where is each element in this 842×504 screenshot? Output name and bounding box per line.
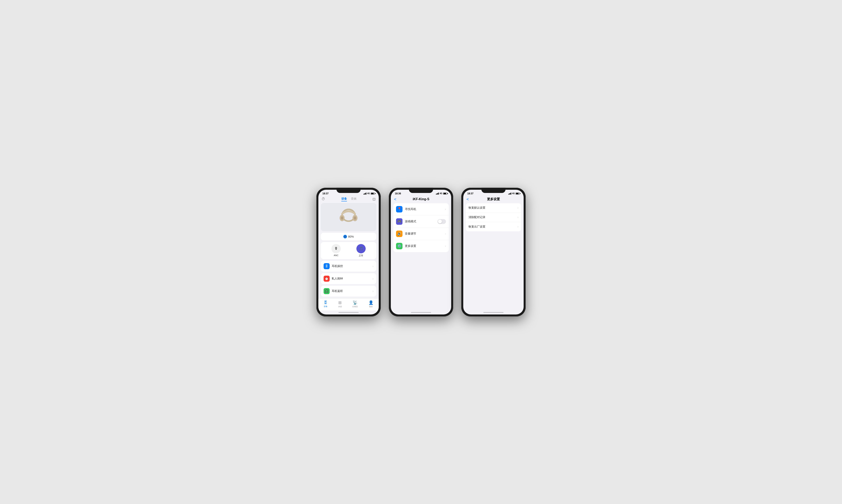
page-header-2: < iKF-King-S (391, 196, 451, 203)
time-3: 18:37 (467, 192, 473, 195)
find-earphone-icon: 📍 (396, 206, 402, 213)
notch-2 (409, 188, 433, 193)
notch-1 (337, 188, 361, 193)
home-indicator-3 (463, 310, 524, 314)
tab-whitenoise-icon: 📡 (353, 300, 358, 305)
factory-reset-chevron: › (518, 225, 518, 228)
more-settings-icon: ⚙️ (396, 243, 402, 249)
tab-bar-1: 🎛 设备 ⊞ 内容 📡 白噪音 👤 我的 (318, 299, 379, 310)
game-mode-toggle[interactable] (437, 219, 446, 224)
content-1: 🎧 80% 🎙 ANC 🎵 正常 (318, 203, 379, 299)
page-header-3: < 更多设置 (463, 196, 524, 203)
mode-normal[interactable]: 🎵 正常 (356, 244, 366, 257)
menu-find-earphone[interactable]: 📍 寻找耳机 › (393, 203, 449, 215)
phone-2: 18:36 4G < iKF-King-S (389, 188, 453, 317)
clear-pairing-chevron: › (518, 216, 518, 219)
tab-mine[interactable]: 👤 我的 (369, 300, 374, 308)
battery-fill-2 (444, 193, 446, 194)
earphone-control-label: 耳机操控 (332, 264, 371, 268)
passthrough-label: 耳机返听 (332, 289, 371, 293)
page-title-2: iKF-King-S (413, 197, 429, 201)
game-mode-icon: 🎮 (396, 218, 402, 225)
toggle-knob (438, 219, 442, 223)
list-item-earphone-control[interactable]: 🎛 耳机操控 › (321, 261, 376, 272)
battery-fill-3 (516, 193, 519, 194)
volume-chevron: › (445, 232, 446, 235)
list-item-passthrough[interactable]: 🎧 耳机返听 › (321, 286, 376, 296)
restore-default-chevron: › (518, 206, 518, 209)
tab-device[interactable]: 设备 (341, 197, 347, 201)
menu-section-2: 📍 寻找耳机 › 🎮 游戏模式 🔊 音量调节 › (393, 203, 449, 252)
back-button-2[interactable]: < (394, 197, 396, 202)
back-button-3[interactable]: < (466, 197, 469, 202)
tab-content[interactable]: ⊞ 内容 (338, 300, 342, 308)
battery-icon-3 (516, 193, 520, 195)
phone-3: 18:37 4G < 更多设置 恢复默认设置 (461, 188, 526, 317)
signal-bars-1 (363, 193, 366, 195)
time-2: 18:36 (395, 192, 401, 195)
svg-point-5 (341, 217, 343, 219)
home-indicator-1 (318, 310, 379, 314)
earphone-control-icon: 🎛 (324, 263, 330, 269)
find-earphone-label: 寻找耳机 (405, 208, 443, 211)
chevron-icon-1: › (373, 265, 374, 268)
chevron-icon-2: › (373, 277, 374, 280)
normal-icon-circle: 🎵 (356, 244, 366, 253)
settings-factory-reset[interactable]: 恢复出厂设置 › (466, 222, 521, 231)
menu-game-mode[interactable]: 🎮 游戏模式 (393, 215, 449, 228)
settings-clear-pairing[interactable]: 清除配对记录 › (466, 213, 521, 222)
menu-volume[interactable]: 🔊 音量调节 › (393, 228, 449, 240)
spacer-3 (463, 233, 524, 310)
tab-whitenoise-label: 白噪音 (352, 305, 358, 308)
battery-percent: 80% (348, 235, 354, 238)
headphone-svg (338, 206, 360, 228)
tab-whitenoise[interactable]: 📡 白噪音 (352, 300, 358, 308)
alarm-label: 私人闹钟 (332, 277, 371, 281)
spacer-2 (391, 254, 451, 310)
tab-content-label: 内容 (338, 305, 342, 308)
screen-3: 18:37 4G < 更多设置 恢复默认设置 (463, 190, 524, 314)
alarm-icon: ⏰ (324, 276, 330, 282)
battery-row: 🎧 80% (324, 235, 374, 238)
signal-bars-2 (436, 193, 439, 195)
time-1: 18:37 (322, 192, 329, 195)
history-icon[interactable]: ⏱ (322, 197, 325, 201)
page-title-3: 更多设置 (487, 197, 500, 201)
game-mode-label: 游戏模式 (405, 220, 435, 223)
volume-label: 音量调节 (405, 232, 443, 236)
tab-device-label: 设备 (324, 305, 327, 308)
mode-anc[interactable]: 🎙 ANC (332, 244, 341, 257)
svg-point-6 (354, 217, 356, 219)
status-icons-2: 4G (436, 192, 447, 195)
volume-icon: 🔊 (396, 231, 402, 237)
scan-icon[interactable]: ⊡ (373, 197, 376, 201)
restore-default-label: 恢复默认设置 (468, 206, 518, 210)
signal-label-2: 4G (440, 192, 442, 195)
battery-icon-2 (443, 193, 447, 195)
battery-icon-1 (371, 193, 375, 195)
list-item-alarm[interactable]: ⏰ 私人闹钟 › (321, 273, 376, 284)
nav-tabs: 设备 音效 (341, 197, 357, 201)
anc-icon-circle: 🎙 (332, 244, 341, 253)
factory-reset-label: 恢复出厂设置 (468, 225, 518, 229)
battery-fill-1 (371, 193, 374, 194)
status-icons-3: 4G (508, 192, 520, 195)
find-chevron: › (445, 208, 446, 211)
phone-1: 18:37 4G ⏱ 设备 音效 ⊡ (316, 188, 381, 317)
normal-icon: 🎵 (359, 247, 363, 251)
settings-section: 恢复默认设置 › 清除配对记录 › 恢复出厂设置 › (466, 203, 521, 231)
tab-mine-label: 我的 (369, 305, 373, 308)
anc-icon: 🎙 (334, 247, 338, 251)
chevron-icon-3: › (373, 289, 374, 293)
menu-more-settings[interactable]: ⚙️ 更多设置 › (393, 240, 449, 252)
tab-device-icon: 🎛 (324, 300, 328, 305)
tab-sound[interactable]: 音效 (351, 197, 357, 201)
passthrough-icon: 🎧 (324, 288, 330, 294)
battery-card: 🎧 80% (321, 233, 376, 240)
signal-label-3: 4G (512, 192, 515, 195)
notch-3 (481, 188, 505, 193)
settings-restore-default[interactable]: 恢复默认设置 › (466, 203, 521, 213)
screen-2: 18:36 4G < iKF-King-S (391, 190, 451, 314)
tab-device[interactable]: 🎛 设备 (324, 300, 328, 308)
screen-1: 18:37 4G ⏱ 设备 音效 ⊡ (318, 190, 379, 314)
